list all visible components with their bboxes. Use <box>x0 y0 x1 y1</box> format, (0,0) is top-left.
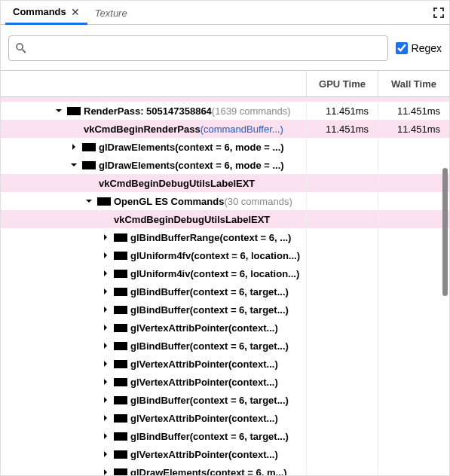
command-label: glBindBuffer(context = 6, target...) <box>130 431 289 442</box>
wall-time-cell <box>378 228 449 246</box>
command-row[interactable]: glBindBuffer(context = 6, target...) <box>1 337 449 355</box>
chevron-right-icon[interactable] <box>100 250 111 261</box>
wall-time-cell <box>378 246 449 264</box>
command-row[interactable]: glVertexAttribPointer(context...) <box>1 319 449 337</box>
command-row[interactable]: glVertexAttribPointer(context...) <box>1 445 449 463</box>
chevron-right-icon[interactable] <box>100 449 111 459</box>
command-label: glBindBuffer(context = 6, target...) <box>130 340 289 352</box>
command-row[interactable]: glVertexAttribPointer(context...) <box>1 409 449 427</box>
command-count: (1639 commands) <box>212 105 291 117</box>
command-row[interactable]: vkCmdBeginDebugUtilsLabelEXT <box>1 174 449 192</box>
chevron-right-icon[interactable] <box>100 232 111 243</box>
command-row[interactable]: glBindBufferRange(context = 6, ...) <box>1 228 449 246</box>
fullscreen-icon[interactable] <box>433 7 445 19</box>
command-row[interactable]: glUniform4iv(context = 6, location...) <box>1 264 449 282</box>
command-row[interactable]: glUniform4fv(context = 6, location...) <box>1 246 449 264</box>
close-icon[interactable]: ✕ <box>71 6 80 18</box>
search-input[interactable] <box>8 35 388 61</box>
gpu-time-cell <box>306 337 378 355</box>
command-row[interactable]: glBindBuffer(context = 6, target...) <box>1 427 449 445</box>
wall-time-cell <box>378 301 449 319</box>
chevron-right-icon[interactable] <box>100 340 111 351</box>
wall-time-cell <box>378 264 449 282</box>
marker-icon <box>114 306 127 314</box>
tab-texture[interactable]: Texture <box>87 2 135 23</box>
chevron-right-icon[interactable] <box>100 377 111 387</box>
tab-commands[interactable]: Commands ✕ <box>5 1 87 25</box>
chevron-down-icon[interactable] <box>84 196 94 206</box>
gpu-time-cell <box>306 445 378 463</box>
chevron-right-icon[interactable] <box>100 395 111 405</box>
command-label: glBindBuffer(context = 6, target...) <box>130 286 289 298</box>
wall-time-cell <box>378 174 449 192</box>
command-args-link[interactable]: (commandBuffer...) <box>201 124 283 135</box>
wall-time-cell: 11.451ms <box>378 102 449 120</box>
marker-icon <box>114 378 127 386</box>
command-row[interactable]: glDrawElements(context = 6, mode = ...) <box>1 156 449 174</box>
marker-icon <box>97 197 111 206</box>
command-label: glBindBuffer(context = 6, target...) <box>130 304 289 316</box>
command-label: glDrawElements(context = 6, mode = ...) <box>99 142 284 153</box>
gpu-time-cell <box>306 264 378 282</box>
command-row[interactable]: vkCmdBeginDebugUtilsLabelEXT <box>1 210 449 228</box>
gpu-time-cell: 11.451ms <box>306 102 378 120</box>
command-row[interactable]: glVertexAttribPointer(context...) <box>1 373 449 391</box>
marker-icon <box>114 324 127 332</box>
header-gpu-time[interactable]: GPU Time <box>306 71 378 96</box>
marker-icon <box>114 360 127 368</box>
command-label: glVertexAttribPointer(context...) <box>130 413 278 424</box>
command-count: (30 commands) <box>224 196 292 207</box>
gpu-time-cell <box>306 463 378 475</box>
search-icon <box>14 41 28 57</box>
chevron-down-icon[interactable] <box>54 105 64 116</box>
gpu-time-cell <box>306 228 378 246</box>
chevron-right-icon[interactable] <box>100 359 111 369</box>
scrollbar-thumb[interactable] <box>442 168 448 296</box>
command-label: glBindBufferRange(context = 6, ...) <box>130 232 291 243</box>
chevron-right-icon[interactable] <box>100 322 111 333</box>
chevron-right-icon[interactable] <box>100 268 111 279</box>
command-row[interactable]: glBindBuffer(context = 6, target...) <box>1 301 449 319</box>
command-label: vkCmdBeginDebugUtilsLabelEXT <box>99 178 255 189</box>
command-row[interactable]: glDrawElements(context = 6, mode = ...) <box>1 138 449 156</box>
command-row[interactable]: glDrawElements(context = 6, m...) <box>1 463 449 475</box>
gpu-time-cell <box>306 192 378 210</box>
marker-icon <box>114 396 127 404</box>
command-label: RenderPass: 505147358864 <box>84 105 212 117</box>
search-input-wrap <box>8 35 388 61</box>
gpu-time-cell <box>306 282 378 301</box>
command-row[interactable]: glBindBuffer(context = 6, target...) <box>1 282 449 301</box>
gpu-time-cell <box>306 174 378 192</box>
command-row[interactable]: glBindBuffer(context = 6, target...) <box>1 391 449 409</box>
marker-icon <box>114 288 127 296</box>
wall-time-cell <box>378 355 449 373</box>
tab-bar: Commands ✕ Texture <box>1 1 449 25</box>
command-label: glVertexAttribPointer(context...) <box>130 377 278 388</box>
regex-checkbox[interactable] <box>396 42 408 54</box>
command-row[interactable]: glVertexAttribPointer(context...) <box>1 355 449 373</box>
commands-grid: GPU Time Wall Time RenderPass: 505147358… <box>1 70 449 475</box>
marker-icon <box>82 143 96 151</box>
chevron-down-icon[interactable] <box>69 160 79 170</box>
marker-icon <box>114 432 127 441</box>
chevron-right-icon[interactable] <box>100 413 111 423</box>
marker-icon <box>114 233 127 242</box>
chevron-right-icon[interactable] <box>69 142 79 152</box>
header-wall-time[interactable]: Wall Time <box>378 71 449 96</box>
chevron-right-icon[interactable] <box>100 304 111 315</box>
wall-time-cell <box>378 319 449 337</box>
gpu-time-cell <box>306 319 378 337</box>
chevron-right-icon[interactable] <box>100 431 111 441</box>
regex-toggle[interactable]: Regex <box>396 42 442 54</box>
chevron-right-icon[interactable] <box>100 467 111 475</box>
gpu-time-cell <box>306 246 378 264</box>
command-row[interactable]: vkCmdBeginRenderPass(commandBuffer...)11… <box>1 120 449 138</box>
command-label: glBindBuffer(context = 6, target...) <box>130 395 289 406</box>
command-label: vkCmdBeginDebugUtilsLabelEXT <box>114 214 270 225</box>
marker-icon <box>114 342 127 350</box>
command-row[interactable]: OpenGL ES Commands (30 commands) <box>1 192 449 210</box>
gpu-time-cell <box>306 373 378 391</box>
command-row[interactable]: RenderPass: 505147358864(1639 commands)1… <box>1 102 449 120</box>
marker-icon <box>114 414 127 423</box>
chevron-right-icon[interactable] <box>100 286 111 297</box>
